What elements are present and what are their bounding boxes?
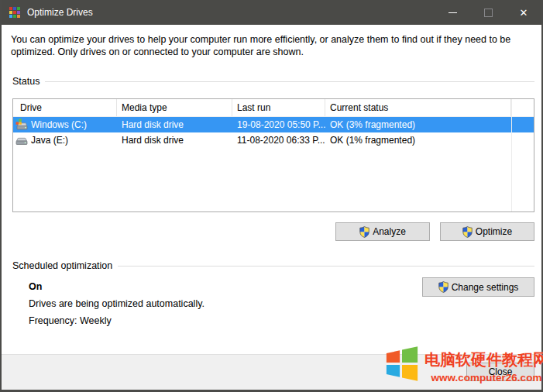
media-type-value: Hard disk drive	[117, 117, 232, 132]
media-type-value: Hard disk drive	[117, 132, 232, 148]
row-filler	[511, 117, 534, 132]
close-window-button[interactable]: ✕	[506, 0, 541, 25]
last-run-value: 19-08-2020 05:50 P...	[232, 117, 325, 132]
change-settings-button-label: Change settings	[452, 282, 519, 293]
uac-shield-icon	[462, 226, 473, 238]
close-button-label: Close	[489, 366, 513, 377]
window-title: Optimize Drives	[27, 7, 93, 18]
defrag-app-icon	[9, 6, 21, 19]
status-group-label: Status	[12, 76, 40, 87]
analyze-button-label: Analyze	[373, 226, 406, 237]
drives-listview: Drive Media type Last run Current status…	[12, 98, 534, 212]
current-status-value: OK (1% fragmented)	[325, 132, 511, 148]
drive-row-java-e[interactable]: Java (E:) Hard disk drive 11-08-2020 06:…	[13, 132, 534, 148]
row-filler	[511, 132, 534, 148]
windows-drive-icon	[15, 119, 28, 131]
dialog-footer	[2, 354, 541, 390]
optimize-button[interactable]: Optimize	[440, 222, 534, 241]
current-status-value: OK (3% fragmented)	[325, 117, 511, 132]
scheduled-group-label: Scheduled optimization	[12, 260, 112, 271]
uac-shield-icon	[359, 226, 369, 238]
optimize-drives-dialog: Optimize Drives ✕ You can optimize your …	[0, 0, 543, 392]
drive-name: Windows (C:)	[31, 119, 87, 130]
window-controls: ✕	[435, 0, 541, 25]
change-settings-button[interactable]: Change settings	[422, 277, 534, 297]
intro-text: You can optimize your drives to help you…	[11, 33, 536, 58]
titlebar: Optimize Drives ✕	[2, 0, 541, 25]
column-header-drive[interactable]: Drive	[13, 99, 117, 116]
close-icon: ✕	[520, 8, 528, 18]
minimize-button[interactable]	[435, 0, 470, 25]
maximize-button	[470, 0, 506, 25]
status-group-divider	[45, 81, 534, 82]
column-header-media-type[interactable]: Media type	[117, 99, 232, 116]
status-group-header: Status	[12, 76, 534, 87]
column-end-divider	[511, 99, 512, 211]
last-run-value: 11-08-2020 06:33 P...	[232, 132, 325, 148]
column-header-current-status[interactable]: Current status	[325, 99, 511, 116]
drive-name: Java (E:)	[31, 135, 68, 146]
scheduled-group-divider	[118, 266, 534, 266]
analyze-button[interactable]: Analyze	[335, 222, 430, 241]
scheduled-state: On	[29, 281, 42, 292]
listview-header: Drive Media type Last run Current status	[13, 99, 534, 117]
scheduled-group-header: Scheduled optimization	[12, 260, 534, 271]
close-button[interactable]: Close	[466, 363, 534, 381]
scheduled-description: Drives are being optimized automatically…	[29, 298, 204, 309]
column-header-filler	[511, 99, 534, 116]
maximize-icon	[484, 9, 493, 17]
uac-shield-icon	[438, 281, 448, 293]
scheduled-frequency: Frequency: Weekly	[29, 315, 112, 326]
drive-icon	[15, 134, 28, 146]
drive-row-windows-c[interactable]: Windows (C:) Hard disk drive 19-08-2020 …	[13, 117, 534, 132]
minimize-icon	[448, 12, 457, 13]
optimize-button-label: Optimize	[476, 226, 512, 237]
column-header-last-run[interactable]: Last run	[232, 99, 325, 116]
